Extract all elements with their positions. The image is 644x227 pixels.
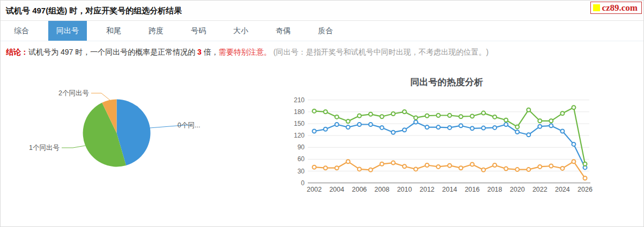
data-point — [335, 115, 339, 119]
data-point — [504, 118, 508, 122]
site-logo[interactable]: cz89.com — [590, 2, 642, 14]
data-point — [391, 161, 395, 165]
data-point — [391, 131, 395, 134]
conclusion-warning: 需要特别注意。 — [219, 48, 271, 56]
data-point — [436, 165, 440, 169]
data-point — [358, 114, 361, 118]
data-point — [380, 162, 384, 166]
data-point — [560, 111, 564, 115]
x-tick-label: 2006 — [352, 186, 367, 193]
tab-haoma[interactable]: 号码 — [183, 21, 214, 41]
data-point — [482, 111, 485, 115]
data-point — [538, 125, 542, 128]
x-tick-label: 2008 — [374, 186, 389, 193]
data-point — [515, 168, 519, 171]
data-point — [572, 142, 575, 146]
data-point — [414, 120, 418, 124]
data-point — [391, 112, 395, 116]
data-point — [470, 115, 474, 118]
conclusion-note: (同出号：是指开奖号和试机号中同时出现，不考虑出现的位置。) — [273, 48, 488, 56]
data-point — [313, 130, 316, 133]
data-point — [493, 115, 497, 119]
x-tick-label: 2002 — [307, 186, 322, 193]
y-tick-label: 30 — [298, 168, 305, 175]
conclusion-part1: 试机号为 497 时，一个同出号的概率是正常情况的 — [28, 48, 197, 56]
tab-zhihe[interactable]: 质合 — [310, 21, 341, 41]
data-point — [459, 115, 463, 118]
data-point — [538, 119, 542, 123]
pie-label: 1个同出号 — [29, 144, 60, 152]
title-bar: 试机号 497(组选) 时，对应开奖号的组选分析结果 cz89.com — [1, 1, 643, 21]
data-point — [335, 123, 339, 126]
data-point — [470, 163, 474, 167]
data-point — [493, 163, 497, 167]
data-point — [515, 125, 519, 128]
data-point — [324, 110, 328, 113]
data-point — [549, 164, 553, 168]
tab-hewei[interactable]: 和尾 — [98, 21, 129, 41]
data-point — [346, 160, 350, 163]
pie-label-line — [62, 146, 85, 148]
page-title: 试机号 497(组选) 时，对应开奖号的组选分析结果 — [6, 6, 182, 15]
y-tick-label: 210 — [294, 96, 305, 104]
logo-square-icon — [593, 4, 600, 11]
data-point — [369, 123, 373, 126]
x-tick-label: 2018 — [487, 186, 502, 193]
data-point — [482, 168, 485, 172]
data-point — [560, 167, 564, 170]
tab-bar: 综合 同出号 和尾 跨度 号码 大小 奇偶 质合 — [1, 21, 643, 41]
data-point — [436, 125, 440, 129]
x-tick-label: 2012 — [419, 186, 434, 193]
y-tick-label: 120 — [294, 132, 305, 139]
data-point — [482, 126, 485, 130]
data-point — [572, 160, 575, 163]
logo-text: cz89.com — [602, 2, 638, 13]
data-point — [358, 123, 361, 126]
conclusion-text: 结论：试机号为 497 时，一个同出号的概率是正常情况的 3 倍，需要特别注意。… — [1, 41, 643, 57]
y-tick-label: 60 — [298, 155, 305, 163]
y-tick-label: 150 — [294, 120, 305, 127]
data-point — [380, 115, 384, 118]
pie-label: 0个同... — [177, 122, 200, 129]
x-tick-label: 2024 — [555, 186, 570, 193]
data-point — [369, 112, 373, 116]
data-point — [369, 168, 373, 172]
x-tick-label: 2014 — [442, 186, 457, 193]
data-point — [448, 113, 451, 117]
conclusion-multiplier: 3 — [197, 48, 202, 56]
data-point — [583, 162, 587, 166]
analysis-panel: 试机号 497(组选) 时，对应开奖号的组选分析结果 cz89.com 综合 同… — [0, 0, 644, 227]
data-point — [403, 110, 406, 113]
data-point — [504, 167, 508, 171]
data-point — [515, 130, 519, 134]
tab-qiou[interactable]: 奇偶 — [268, 21, 299, 41]
data-point — [403, 128, 406, 132]
y-tick-label: 180 — [294, 108, 305, 116]
tab-daxiao[interactable]: 大小 — [225, 21, 256, 41]
data-point — [425, 163, 429, 167]
data-point — [583, 176, 587, 180]
tab-zonghe[interactable]: 综合 — [6, 21, 37, 41]
data-point — [425, 125, 429, 129]
data-point — [538, 165, 542, 169]
tab-tongchuhao[interactable]: 同出号 — [48, 21, 87, 41]
data-point — [425, 114, 429, 118]
data-point — [313, 165, 316, 169]
data-point — [346, 125, 350, 129]
x-tick-label: 2026 — [578, 186, 593, 193]
conclusion-label: 结论： — [6, 48, 28, 56]
data-point — [313, 109, 316, 113]
y-tick-label: 90 — [298, 143, 305, 151]
data-point — [448, 126, 451, 130]
pie-label: 2个同出号 — [58, 89, 89, 97]
x-tick-label: 2004 — [329, 186, 344, 193]
trend-chart: 同出号的热度分析03060901201501802102002200420062… — [290, 73, 628, 199]
data-point — [380, 126, 384, 130]
data-point — [459, 166, 463, 170]
data-point — [414, 116, 418, 119]
tab-kuadu[interactable]: 跨度 — [140, 21, 172, 41]
data-point — [335, 166, 339, 170]
data-point — [549, 124, 553, 127]
data-point — [403, 164, 406, 168]
data-point — [504, 123, 508, 126]
